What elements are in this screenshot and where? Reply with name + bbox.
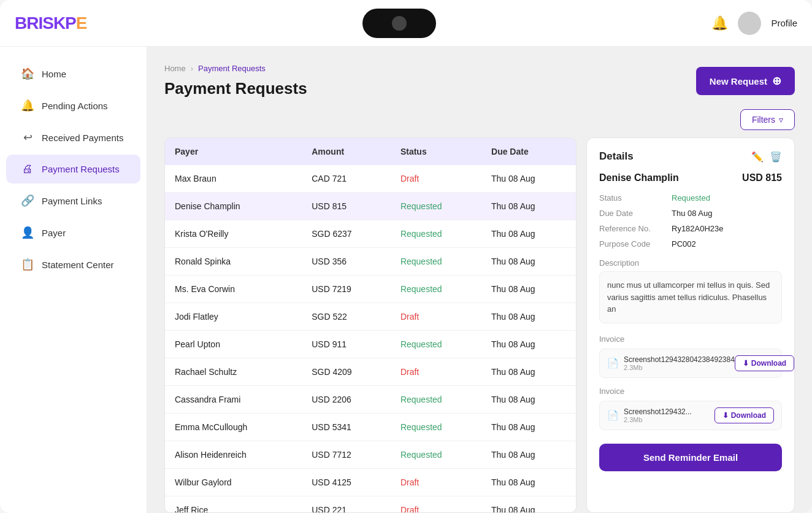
cell-status: Draft — [391, 469, 481, 496]
filters-button[interactable]: Filters ▿ — [740, 109, 795, 130]
col-status: Status — [391, 138, 481, 165]
table-row[interactable]: Ms. Eva Corwin USD 7219 Requested Thu 08… — [165, 276, 576, 303]
cell-payer: Max Braun — [165, 165, 302, 193]
cell-status: Requested — [391, 276, 481, 303]
download-button-2[interactable]: ⬇ Download — [714, 407, 774, 423]
table-row[interactable]: Cassandra Frami USD 2206 Requested Thu 0… — [165, 386, 576, 414]
delete-button[interactable]: 🗑️ — [770, 151, 782, 163]
breadcrumb-home: Home — [164, 64, 186, 73]
links-icon: 🔗 — [21, 194, 34, 207]
details-panel: Details ✏️ 🗑️ Denise Champlin USD 815 St… — [586, 137, 795, 513]
new-request-label: New Request — [710, 76, 767, 87]
topbar-center — [86, 9, 711, 38]
reference-label: Reference No. — [599, 224, 667, 233]
table-row[interactable]: Ronald Spinka USD 356 Requested Thu 08 A… — [165, 248, 576, 276]
invoice-file-2: 📄 Screenshot129432... 2.3Mb — [607, 407, 692, 423]
cell-due-date: Thu 08 Aug — [481, 331, 576, 358]
camera-dot — [392, 16, 407, 31]
purpose-label: Purpose Code — [599, 239, 667, 249]
cell-payer: Ronald Spinka — [165, 248, 302, 276]
download-icon-1: ⬇ — [743, 359, 749, 368]
table-row[interactable]: Jodi Flatley SGD 522 Draft Thu 08 Aug — [165, 303, 576, 331]
invoice-filename-1: Screenshot129432804238492384 — [624, 355, 735, 364]
status-value: Requested — [672, 193, 710, 202]
col-payer: Payer — [165, 138, 302, 165]
invoice-file-1: 📄 Screenshot129432804238492384 2.3Mb — [607, 355, 735, 371]
field-reference: Reference No. Ry182A0H23e — [599, 224, 782, 233]
file-icon-2: 📄 — [607, 410, 619, 421]
cell-status: Requested — [391, 441, 481, 469]
sidebar-item-statement-center[interactable]: 📋 Statement Center — [6, 250, 140, 279]
cell-status: Requested — [391, 386, 481, 414]
breadcrumb: Home › Payment Requests — [164, 64, 307, 73]
cell-due-date: Thu 08 Aug — [481, 469, 576, 496]
cell-payer: Cassandra Frami — [165, 386, 302, 414]
table-row[interactable]: Jeff Rice USD 221 Draft Thu 08 Aug — [165, 496, 576, 514]
download-button-1[interactable]: ⬇ Download — [735, 355, 794, 371]
cell-amount: USD 356 — [302, 248, 391, 276]
cell-status: Draft — [391, 496, 481, 514]
cell-due-date: Thu 08 Aug — [481, 414, 576, 441]
table-row[interactable]: Max Braun CAD 721 Draft Thu 08 Aug — [165, 165, 576, 193]
home-icon: 🏠 — [21, 67, 34, 80]
description-text: nunc mus ut ullamcorper mi tellus in qui… — [599, 271, 782, 323]
sidebar-item-received-payments[interactable]: ↩ Received Payments — [6, 123, 140, 152]
sidebar: 🏠 Home 🔔 Pending Actions ↩ Received Paym… — [0, 47, 147, 513]
statement-icon: 📋 — [21, 258, 34, 271]
cell-payer: Krista O'Reilly — [165, 220, 302, 248]
sidebar-item-payment-links[interactable]: 🔗 Payment Links — [6, 186, 140, 215]
new-request-button[interactable]: New Request ⊕ — [696, 67, 795, 95]
col-amount: Amount — [302, 138, 391, 165]
bell-icon[interactable]: 🔔 — [711, 15, 728, 31]
table-row[interactable]: Rachael Schultz SGD 4209 Draft Thu 08 Au… — [165, 358, 576, 386]
cell-payer: Denise Champlin — [165, 193, 302, 220]
cell-status: Draft — [391, 303, 481, 331]
invoice-size-1: 2.3Mb — [624, 364, 735, 371]
table-row[interactable]: Alison Heidenreich USD 7712 Requested Th… — [165, 441, 576, 469]
table-row[interactable]: Krista O'Reilly SGD 6237 Requested Thu 0… — [165, 220, 576, 248]
table-row[interactable]: Pearl Upton USD 911 Requested Thu 08 Aug — [165, 331, 576, 358]
topbar-right: 🔔 Profile — [711, 12, 797, 35]
file-icon-1: 📄 — [607, 358, 619, 369]
details-fields: Status Requested Due Date Thu 08 Aug Ref… — [599, 193, 782, 249]
main-layout: 🏠 Home 🔔 Pending Actions ↩ Received Paym… — [0, 47, 812, 513]
payment-requests-table: Payer Amount Status Due Date Max Braun C… — [164, 137, 576, 513]
sidebar-item-payment-requests[interactable]: 🖨 Payment Requests — [6, 155, 140, 183]
field-due-date: Due Date Thu 08 Aug — [599, 209, 782, 218]
edit-button[interactable]: ✏️ — [751, 151, 764, 163]
cell-payer: Jodi Flatley — [165, 303, 302, 331]
cell-status: Requested — [391, 220, 481, 248]
send-reminder-button[interactable]: Send Reminder Email — [599, 444, 782, 471]
table-row[interactable]: Wilbur Gaylord USD 4125 Draft Thu 08 Aug — [165, 469, 576, 496]
sidebar-item-pending-actions[interactable]: 🔔 Pending Actions — [6, 91, 140, 120]
invoice-row-2: 📄 Screenshot129432... 2.3Mb ⬇ Download — [599, 401, 782, 430]
col-due-date: Due Date — [481, 138, 576, 165]
invoice-section-2: Invoice 📄 Screenshot129432... 2.3Mb ⬇ — [599, 387, 782, 430]
table-row[interactable]: Emma McCullough USD 5341 Requested Thu 0… — [165, 414, 576, 441]
camera-notch — [362, 9, 436, 38]
cell-due-date: Thu 08 Aug — [481, 386, 576, 414]
download-label-2: Download — [731, 411, 766, 420]
sidebar-item-home[interactable]: 🏠 Home — [6, 59, 140, 88]
cell-due-date: Thu 08 Aug — [481, 220, 576, 248]
due-date-label: Due Date — [599, 209, 667, 218]
cell-payer: Jeff Rice — [165, 496, 302, 514]
cell-due-date: Thu 08 Aug — [481, 276, 576, 303]
details-payer-name: Denise Champlin — [599, 172, 679, 183]
page-header: Home › Payment Requests Payment Requests… — [164, 64, 795, 98]
download-icon-2: ⬇ — [722, 411, 729, 420]
profile-button[interactable]: Profile — [771, 18, 797, 28]
sidebar-label-links: Payment Links — [42, 196, 102, 206]
cell-amount: SGD 6237 — [302, 220, 391, 248]
sidebar-label-payer: Payer — [42, 228, 66, 238]
cell-payer: Pearl Upton — [165, 331, 302, 358]
due-date-value: Thu 08 Aug — [672, 209, 713, 218]
table-row[interactable]: Denise Champlin USD 815 Requested Thu 08… — [165, 193, 576, 220]
table-details-row: Payer Amount Status Due Date Max Braun C… — [164, 137, 795, 513]
description-label: Description — [599, 258, 782, 268]
sidebar-item-payer[interactable]: 👤 Payer — [6, 218, 140, 247]
topbar: BRISKPE 🔔 Profile — [0, 0, 812, 47]
avatar — [738, 12, 761, 35]
invoice-section-1: Invoice 📄 Screenshot129432804238492384 2… — [599, 334, 782, 378]
page-title: Payment Requests — [164, 79, 307, 98]
